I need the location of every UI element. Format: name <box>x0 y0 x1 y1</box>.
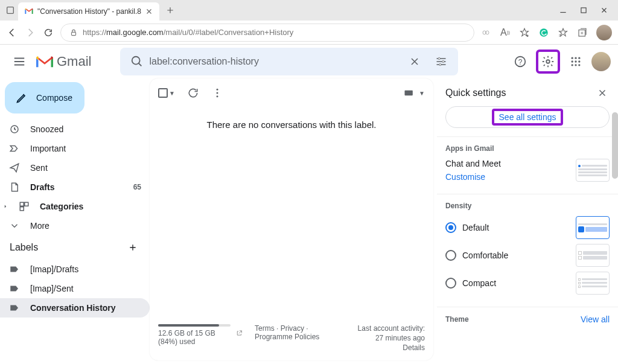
settings-button[interactable] <box>536 49 560 74</box>
search-icon[interactable] <box>125 55 149 68</box>
storage-bar <box>158 324 231 327</box>
browser-toolbar: https://mail.google.com/mail/u/0/#label/… <box>0 21 618 45</box>
minimize-icon[interactable] <box>559 6 567 14</box>
apps-button[interactable] <box>564 49 588 74</box>
apps-preview-icon <box>576 159 610 182</box>
select-all-checkbox[interactable]: ▼ <box>158 88 175 98</box>
close-window-icon[interactable] <box>600 6 608 14</box>
mail-footer: 12.6 GB of 15 GB (84%) used Terms · Priv… <box>150 317 433 360</box>
refresh-button[interactable] <box>187 87 199 99</box>
reload-button[interactable] <box>42 27 54 39</box>
details-link[interactable]: Details <box>358 343 425 352</box>
see-all-settings-button[interactable]: See all settings <box>445 106 610 128</box>
search-options-icon[interactable] <box>429 49 453 74</box>
important-icon <box>8 142 21 155</box>
input-tool-icon[interactable] <box>403 87 415 99</box>
svg-point-8 <box>132 57 140 65</box>
sidebar-item-drafts[interactable]: Drafts 65 <box>0 177 150 197</box>
svg-rect-2 <box>72 32 76 35</box>
read-aloud-icon[interactable]: A)) <box>500 27 511 38</box>
more-button[interactable] <box>211 87 223 99</box>
new-tab-button[interactable] <box>162 2 179 19</box>
svg-point-30 <box>216 95 218 97</box>
search-input[interactable] <box>149 56 403 67</box>
lock-icon <box>69 28 78 37</box>
caret-down-icon[interactable]: ▼ <box>419 90 425 97</box>
svg-rect-25 <box>20 202 24 206</box>
gmail-header: Gmail ? <box>0 45 618 78</box>
caret-down-icon[interactable]: ▼ <box>169 90 175 97</box>
label-text: Conversation History <box>30 303 116 313</box>
density-option-compact[interactable]: Compact <box>445 272 610 295</box>
svg-point-3 <box>483 31 486 34</box>
collections-icon[interactable] <box>577 27 588 38</box>
close-quick-settings-button[interactable] <box>595 86 610 100</box>
density-option-comfortable[interactable]: Comfortable <box>445 244 610 267</box>
label-icon <box>8 283 21 295</box>
svg-point-9 <box>438 57 440 59</box>
sidebar-label: Important <box>30 144 66 153</box>
svg-point-14 <box>546 60 550 63</box>
sidebar-label: Drafts <box>30 182 54 192</box>
create-label-button[interactable] <box>126 240 140 255</box>
favorites-list-icon[interactable] <box>558 27 569 38</box>
density-preview-icon <box>576 244 610 267</box>
main-menu-button[interactable] <box>7 49 31 74</box>
support-button[interactable]: ? <box>508 49 532 74</box>
sidebar-label: Sent <box>30 163 48 173</box>
privacy-link[interactable]: Privacy <box>281 324 304 333</box>
clock-icon <box>8 123 21 135</box>
quick-settings-title: Quick settings <box>445 88 506 98</box>
svg-point-23 <box>578 64 580 66</box>
mail-main-pane: ▼ ▼ There are no conversations with this… <box>150 78 433 360</box>
checkbox-icon <box>158 88 168 98</box>
label-imap-drafts[interactable]: [Imap]/Drafts <box>0 260 150 279</box>
extension-icon[interactable] <box>480 27 491 38</box>
svg-point-19 <box>575 60 576 62</box>
address-bar[interactable]: https://mail.google.com/mail/u/0/#label/… <box>60 24 474 42</box>
grammarly-icon[interactable] <box>538 27 549 38</box>
tab-overview-icon[interactable] <box>5 5 16 16</box>
tab-title: "Conversation History" - pankil.8 <box>37 7 141 16</box>
sidebar-item-important[interactable]: Important <box>0 139 150 158</box>
back-button[interactable] <box>6 27 18 39</box>
svg-rect-31 <box>405 91 413 95</box>
density-option-default[interactable]: Default <box>445 216 610 239</box>
density-label: Comfortable <box>462 251 508 260</box>
maximize-icon[interactable] <box>579 6 588 14</box>
favorite-icon[interactable]: + <box>519 27 530 38</box>
sidebar-item-sent[interactable]: Sent <box>0 158 150 177</box>
sidebar-item-categories[interactable]: Categories <box>0 197 150 216</box>
customise-link[interactable]: Customise <box>445 172 501 182</box>
theme-view-all-link[interactable]: View all <box>581 315 610 324</box>
sidebar-item-more[interactable]: More <box>0 216 150 235</box>
mail-toolbar: ▼ ▼ <box>150 78 433 107</box>
sidebar-item-snoozed[interactable]: Snoozed <box>0 120 150 139</box>
gmail-logo[interactable]: Gmail <box>36 54 91 69</box>
clear-search-icon[interactable] <box>403 49 427 74</box>
label-imap-sent[interactable]: [Imap]/Sent <box>0 279 150 298</box>
label-text: [Imap]/Sent <box>30 284 74 293</box>
labels-header: Labels <box>0 235 150 260</box>
sidebar: Compose Snoozed Important Sent Drafts 65… <box>0 78 150 364</box>
send-icon <box>8 162 21 174</box>
sidebar-label: More <box>30 221 49 231</box>
scrollbar[interactable] <box>612 112 618 179</box>
labels-title: Labels <box>10 242 38 253</box>
popout-icon[interactable] <box>236 329 243 337</box>
terms-link[interactable]: Terms <box>255 324 275 333</box>
svg-point-22 <box>575 64 576 66</box>
label-icon <box>8 263 21 275</box>
svg-point-21 <box>572 64 573 66</box>
gmail-favicon-icon <box>24 7 34 16</box>
browser-tab[interactable]: "Conversation History" - pankil.8 <box>18 2 159 21</box>
label-conversation-history[interactable]: Conversation History <box>0 298 150 318</box>
density-section-title: Density <box>445 202 610 210</box>
programme-link[interactable]: Programme Policies <box>255 333 319 341</box>
browser-profile-avatar[interactable] <box>596 25 612 40</box>
compose-button[interactable]: Compose <box>5 82 84 113</box>
svg-text:?: ? <box>518 58 523 66</box>
svg-text:+: + <box>526 33 529 38</box>
tab-close-icon[interactable] <box>145 7 153 16</box>
account-avatar[interactable] <box>591 52 611 71</box>
